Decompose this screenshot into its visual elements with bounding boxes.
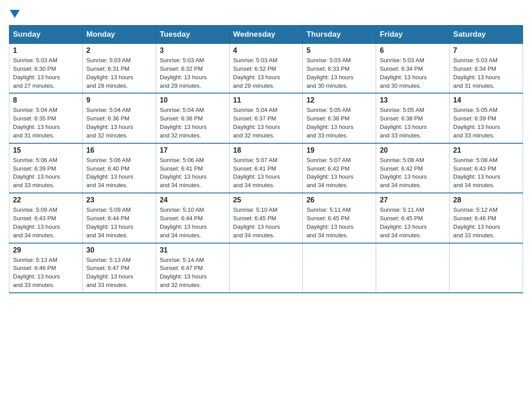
day-number: 6 bbox=[380, 47, 446, 55]
day-info: Sunrise: 5:03 AMSunset: 6:33 PMDaylight:… bbox=[306, 57, 353, 89]
week-row-4: 22 Sunrise: 5:09 AMSunset: 6:43 PMDaylig… bbox=[9, 193, 523, 243]
day-number: 3 bbox=[160, 47, 226, 55]
header-cell-sunday: Sunday bbox=[9, 26, 83, 44]
logo bbox=[9, 9, 20, 18]
day-number: 31 bbox=[160, 246, 226, 254]
day-info: Sunrise: 5:03 AMSunset: 6:31 PMDaylight:… bbox=[86, 57, 133, 89]
day-number: 23 bbox=[86, 196, 152, 204]
day-cell: 16 Sunrise: 5:06 AMSunset: 6:40 PMDaylig… bbox=[82, 143, 156, 193]
day-number: 7 bbox=[453, 47, 519, 55]
day-cell: 28 Sunrise: 5:12 AMSunset: 6:46 PMDaylig… bbox=[450, 193, 523, 243]
day-number: 16 bbox=[86, 146, 152, 154]
day-number: 21 bbox=[453, 146, 519, 154]
day-cell: 6 Sunrise: 5:03 AMSunset: 6:34 PMDayligh… bbox=[376, 44, 450, 94]
day-cell: 20 Sunrise: 5:08 AMSunset: 6:42 PMDaylig… bbox=[376, 143, 450, 193]
day-cell: 7 Sunrise: 5:03 AMSunset: 6:34 PMDayligh… bbox=[450, 44, 523, 94]
day-cell: 1 Sunrise: 5:03 AMSunset: 6:30 PMDayligh… bbox=[9, 44, 83, 94]
header-cell-friday: Friday bbox=[376, 26, 450, 44]
header-row: SundayMondayTuesdayWednesdayThursdayFrid… bbox=[9, 26, 523, 44]
day-info: Sunrise: 5:13 AMSunset: 6:46 PMDaylight:… bbox=[13, 257, 60, 289]
header-cell-monday: Monday bbox=[82, 26, 156, 44]
day-info: Sunrise: 5:06 AMSunset: 6:40 PMDaylight:… bbox=[86, 157, 133, 189]
day-cell: 17 Sunrise: 5:06 AMSunset: 6:41 PMDaylig… bbox=[156, 143, 229, 193]
day-cell: 26 Sunrise: 5:11 AMSunset: 6:45 PMDaylig… bbox=[303, 193, 376, 243]
day-info: Sunrise: 5:07 AMSunset: 6:41 PMDaylight:… bbox=[233, 157, 280, 189]
calendar-table: SundayMondayTuesdayWednesdayThursdayFrid… bbox=[9, 25, 523, 293]
header bbox=[9, 9, 523, 18]
day-info: Sunrise: 5:14 AMSunset: 6:47 PMDaylight:… bbox=[160, 257, 207, 289]
day-number: 24 bbox=[160, 196, 226, 204]
day-cell: 13 Sunrise: 5:05 AMSunset: 6:38 PMDaylig… bbox=[376, 93, 450, 143]
day-number: 27 bbox=[380, 196, 446, 204]
day-info: Sunrise: 5:03 AMSunset: 6:30 PMDaylight:… bbox=[13, 57, 60, 89]
day-info: Sunrise: 5:04 AMSunset: 6:37 PMDaylight:… bbox=[233, 107, 280, 139]
day-number: 11 bbox=[233, 96, 299, 104]
day-number: 29 bbox=[13, 246, 79, 254]
day-info: Sunrise: 5:08 AMSunset: 6:43 PMDaylight:… bbox=[453, 157, 500, 189]
day-cell: 21 Sunrise: 5:08 AMSunset: 6:43 PMDaylig… bbox=[450, 143, 523, 193]
calendar-body: 1 Sunrise: 5:03 AMSunset: 6:30 PMDayligh… bbox=[9, 44, 523, 293]
logo-triangle-icon bbox=[10, 10, 20, 18]
day-number: 4 bbox=[233, 47, 299, 55]
week-row-1: 1 Sunrise: 5:03 AMSunset: 6:30 PMDayligh… bbox=[9, 44, 523, 94]
day-number: 30 bbox=[86, 246, 152, 254]
day-cell: 12 Sunrise: 5:05 AMSunset: 6:38 PMDaylig… bbox=[303, 93, 376, 143]
day-number: 20 bbox=[380, 146, 446, 154]
day-info: Sunrise: 5:06 AMSunset: 6:41 PMDaylight:… bbox=[160, 157, 207, 189]
day-info: Sunrise: 5:09 AMSunset: 6:43 PMDaylight:… bbox=[13, 206, 60, 239]
header-cell-tuesday: Tuesday bbox=[156, 26, 229, 44]
day-cell: 18 Sunrise: 5:07 AMSunset: 6:41 PMDaylig… bbox=[229, 143, 303, 193]
day-cell bbox=[229, 243, 303, 293]
day-info: Sunrise: 5:03 AMSunset: 6:32 PMDaylight:… bbox=[160, 57, 207, 89]
day-number: 26 bbox=[306, 196, 372, 204]
day-number: 9 bbox=[86, 96, 152, 104]
day-cell: 27 Sunrise: 5:11 AMSunset: 6:45 PMDaylig… bbox=[376, 193, 450, 243]
header-cell-thursday: Thursday bbox=[303, 26, 376, 44]
day-cell: 2 Sunrise: 5:03 AMSunset: 6:31 PMDayligh… bbox=[82, 44, 156, 94]
day-cell: 10 Sunrise: 5:04 AMSunset: 6:36 PMDaylig… bbox=[156, 93, 229, 143]
day-info: Sunrise: 5:08 AMSunset: 6:42 PMDaylight:… bbox=[380, 157, 427, 189]
week-row-5: 29 Sunrise: 5:13 AMSunset: 6:46 PMDaylig… bbox=[9, 243, 523, 293]
day-cell bbox=[450, 243, 523, 293]
day-info: Sunrise: 5:04 AMSunset: 6:36 PMDaylight:… bbox=[160, 107, 207, 139]
day-cell: 14 Sunrise: 5:05 AMSunset: 6:39 PMDaylig… bbox=[450, 93, 523, 143]
day-info: Sunrise: 5:12 AMSunset: 6:46 PMDaylight:… bbox=[453, 206, 500, 239]
day-cell: 8 Sunrise: 5:04 AMSunset: 6:35 PMDayligh… bbox=[9, 93, 83, 143]
day-cell: 4 Sunrise: 5:03 AMSunset: 6:32 PMDayligh… bbox=[229, 44, 303, 94]
day-cell: 31 Sunrise: 5:14 AMSunset: 6:47 PMDaylig… bbox=[156, 243, 229, 293]
day-cell bbox=[303, 243, 376, 293]
week-row-2: 8 Sunrise: 5:04 AMSunset: 6:35 PMDayligh… bbox=[9, 93, 523, 143]
day-number: 1 bbox=[13, 47, 79, 55]
day-info: Sunrise: 5:05 AMSunset: 6:38 PMDaylight:… bbox=[306, 107, 353, 139]
calendar-header: SundayMondayTuesdayWednesdayThursdayFrid… bbox=[9, 26, 523, 44]
day-info: Sunrise: 5:04 AMSunset: 6:35 PMDaylight:… bbox=[13, 107, 60, 139]
day-info: Sunrise: 5:10 AMSunset: 6:45 PMDaylight:… bbox=[233, 206, 280, 239]
week-row-3: 15 Sunrise: 5:06 AMSunset: 6:39 PMDaylig… bbox=[9, 143, 523, 193]
day-cell: 19 Sunrise: 5:07 AMSunset: 6:42 PMDaylig… bbox=[303, 143, 376, 193]
day-number: 5 bbox=[306, 47, 372, 55]
day-cell: 24 Sunrise: 5:10 AMSunset: 6:44 PMDaylig… bbox=[156, 193, 229, 243]
day-info: Sunrise: 5:10 AMSunset: 6:44 PMDaylight:… bbox=[160, 206, 207, 239]
day-number: 18 bbox=[233, 146, 299, 154]
day-info: Sunrise: 5:09 AMSunset: 6:44 PMDaylight:… bbox=[86, 206, 133, 239]
day-cell bbox=[376, 243, 450, 293]
day-number: 22 bbox=[13, 196, 79, 204]
day-number: 10 bbox=[160, 96, 226, 104]
day-info: Sunrise: 5:03 AMSunset: 6:32 PMDaylight:… bbox=[233, 57, 280, 89]
day-number: 25 bbox=[233, 196, 299, 204]
day-cell: 3 Sunrise: 5:03 AMSunset: 6:32 PMDayligh… bbox=[156, 44, 229, 94]
header-cell-saturday: Saturday bbox=[450, 26, 523, 44]
day-number: 2 bbox=[86, 47, 152, 55]
day-info: Sunrise: 5:07 AMSunset: 6:42 PMDaylight:… bbox=[306, 157, 353, 189]
day-cell: 23 Sunrise: 5:09 AMSunset: 6:44 PMDaylig… bbox=[82, 193, 156, 243]
day-info: Sunrise: 5:03 AMSunset: 6:34 PMDaylight:… bbox=[453, 57, 500, 89]
day-info: Sunrise: 5:11 AMSunset: 6:45 PMDaylight:… bbox=[380, 206, 427, 239]
day-info: Sunrise: 5:03 AMSunset: 6:34 PMDaylight:… bbox=[380, 57, 427, 89]
day-number: 12 bbox=[306, 96, 372, 104]
day-info: Sunrise: 5:13 AMSunset: 6:47 PMDaylight:… bbox=[86, 257, 133, 289]
day-cell: 15 Sunrise: 5:06 AMSunset: 6:39 PMDaylig… bbox=[9, 143, 83, 193]
svg-marker-0 bbox=[10, 10, 20, 18]
day-cell: 5 Sunrise: 5:03 AMSunset: 6:33 PMDayligh… bbox=[303, 44, 376, 94]
day-number: 15 bbox=[13, 146, 79, 154]
day-number: 28 bbox=[453, 196, 519, 204]
